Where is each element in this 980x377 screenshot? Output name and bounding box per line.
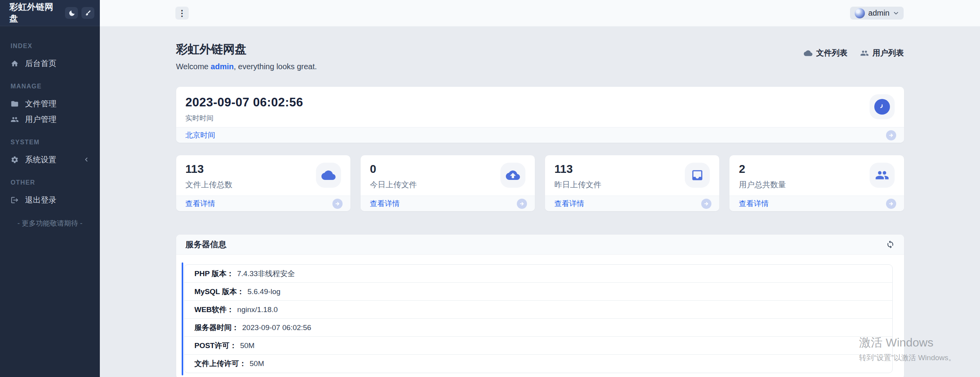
sidebar-item-logout[interactable]: 退出登录 xyxy=(0,192,100,208)
beijing-time-link: 北京时间 xyxy=(186,130,215,140)
server-info-row-time: 服务器时间： 2023-09-07 06:02:56 xyxy=(184,319,892,337)
theme-brush-button[interactable] xyxy=(81,7,94,19)
server-info-row-upload: 文件上传许可： 50M xyxy=(184,355,892,373)
sidebar-header: 彩虹外链网盘 xyxy=(0,0,100,26)
sidebar-item-settings[interactable]: 系统设置 xyxy=(0,152,100,167)
time-card: 2023-09-07 06:02:56 实时时间 北京时间 xyxy=(176,87,904,143)
cloud-icon xyxy=(321,168,336,182)
inbox-icon xyxy=(691,169,704,182)
stat-card-footer[interactable]: 查看详情 xyxy=(361,196,535,211)
stat-body: 0 今日上传文件 xyxy=(361,155,535,196)
watermark-line1: 激活 Windows xyxy=(859,335,956,351)
server-info-row-php: PHP 版本： 7.4.33非线程安全 xyxy=(184,265,892,283)
arrow-right-icon xyxy=(332,199,343,209)
watermark-line2: 转到“设置”以激活 Windows。 xyxy=(859,353,956,363)
sidebar-item-dashboard[interactable]: 后台首页 xyxy=(0,56,100,71)
cloud-icon xyxy=(804,49,812,57)
user-list-link[interactable]: 用户列表 xyxy=(860,48,904,58)
user-name: admin xyxy=(868,9,890,18)
stat-body: 2 用户总共数量 xyxy=(729,155,904,196)
stat-icon-box xyxy=(685,163,710,188)
refresh-icon xyxy=(886,240,895,249)
main-area: ⋮ admin 彩虹外链网盘 Welcome admin, everything… xyxy=(100,0,980,377)
sidebar-item-label: 文件管理 xyxy=(25,99,56,109)
topbar-menu-button[interactable]: ⋮ xyxy=(175,7,189,20)
dark-mode-button[interactable] xyxy=(65,7,78,19)
view-details-link: 查看详情 xyxy=(554,199,584,209)
view-details-link: 查看详情 xyxy=(370,199,400,209)
row-label: 服务器时间： xyxy=(195,323,239,333)
chevron-left-icon xyxy=(84,157,89,162)
file-list-link[interactable]: 文件列表 xyxy=(804,48,848,58)
time-card-body: 2023-09-07 06:02:56 实时时间 xyxy=(176,87,904,127)
row-value: 50M xyxy=(250,359,264,368)
stat-card-footer[interactable]: 查看详情 xyxy=(729,196,904,211)
stat-card-footer[interactable]: 查看详情 xyxy=(176,196,350,211)
arrow-right-icon xyxy=(701,199,711,209)
chevron-down-icon xyxy=(893,10,899,16)
row-label: WEB软件： xyxy=(195,305,234,315)
sidebar-note: - 更多功能敬请期待 - xyxy=(0,219,100,228)
kebab-menu-icon: ⋮ xyxy=(178,9,186,17)
stat-card-total-users: 2 用户总共数量 查看详情 xyxy=(729,155,904,211)
moon-icon xyxy=(68,10,75,16)
user-list-label: 用户列表 xyxy=(873,48,904,58)
time-card-footer[interactable]: 北京时间 xyxy=(176,127,904,143)
arrow-right-icon xyxy=(886,130,896,140)
server-info-list-wrap: PHP 版本： 7.4.33非线程安全 MySQL 版本： 5.6.49-log… xyxy=(184,264,893,373)
welcome-suffix: , everything looks great. xyxy=(234,62,317,71)
brand-title: 彩虹外链网盘 xyxy=(9,1,61,25)
clock-icon xyxy=(874,99,890,115)
welcome-text: Welcome admin, everything looks great. xyxy=(176,62,317,71)
row-value: 5.6.49-log xyxy=(247,287,281,296)
arrow-right-icon xyxy=(886,199,896,209)
logout-icon xyxy=(11,196,19,204)
server-info-list: PHP 版本： 7.4.33非线程安全 MySQL 版本： 5.6.49-log… xyxy=(184,264,893,373)
view-details-link: 查看详情 xyxy=(186,199,215,209)
stat-icon-box xyxy=(500,163,525,188)
page-content: 彩虹外链网盘 Welcome admin, everything looks g… xyxy=(176,27,904,377)
section-label-system: SYSTEM xyxy=(0,139,100,146)
welcome-username: admin xyxy=(211,62,234,71)
stats-row: 113 文件上传总数 查看详情 0 xyxy=(176,155,904,211)
server-info-body: PHP 版本： 7.4.33非线程安全 MySQL 版本： 5.6.49-log… xyxy=(176,255,904,377)
row-label: PHP 版本： xyxy=(195,269,234,279)
stat-icon-box xyxy=(316,163,341,188)
sidebar-item-users[interactable]: 用户管理 xyxy=(0,111,100,127)
page-head-links: 文件列表 用户列表 xyxy=(804,48,904,58)
users-icon xyxy=(875,168,889,182)
welcome-prefix: Welcome xyxy=(176,62,211,71)
row-label: MySQL 版本： xyxy=(195,287,244,297)
stat-card-footer[interactable]: 查看详情 xyxy=(545,196,719,211)
current-time: 2023-09-07 06:02:56 xyxy=(186,95,895,110)
section-label-other: OTHER xyxy=(0,179,100,186)
users-icon xyxy=(11,115,19,124)
server-info-row-post: POST许可： 50M xyxy=(184,337,892,355)
user-menu-button[interactable]: admin xyxy=(850,7,904,20)
folder-icon xyxy=(11,100,19,108)
row-value: 50M xyxy=(240,341,254,350)
brush-icon xyxy=(85,10,91,16)
refresh-button[interactable] xyxy=(886,240,895,249)
row-value: nginx/1.18.0 xyxy=(237,305,278,314)
arrow-right-icon xyxy=(517,199,527,209)
server-info-title: 服务器信息 xyxy=(186,239,227,250)
row-label: 文件上传许可： xyxy=(195,359,247,369)
windows-activation-watermark: 激活 Windows 转到“设置”以激活 Windows。 xyxy=(859,335,956,363)
time-label: 实时时间 xyxy=(186,113,895,123)
file-list-label: 文件列表 xyxy=(816,48,848,58)
server-info-row-mysql: MySQL 版本： 5.6.49-log xyxy=(184,283,892,301)
view-details-link: 查看详情 xyxy=(739,199,769,209)
section-label-manage: MANAGE xyxy=(0,83,100,90)
row-value: 7.4.33非线程安全 xyxy=(237,269,295,279)
users-icon xyxy=(860,49,869,57)
sidebar-item-files[interactable]: 文件管理 xyxy=(0,96,100,111)
sidebar-item-label: 后台首页 xyxy=(25,58,56,69)
sidebar: 彩虹外链网盘 INDEX 后台首页 MANAGE xyxy=(0,0,100,377)
avatar xyxy=(855,8,865,18)
stat-body: 113 文件上传总数 xyxy=(176,155,350,196)
row-value: 2023-09-07 06:02:56 xyxy=(242,323,311,332)
row-label: POST许可： xyxy=(195,341,237,351)
cloud-upload-icon xyxy=(506,168,520,182)
stat-card-yesterday-uploads: 113 昨日上传文件 查看详情 xyxy=(545,155,719,211)
